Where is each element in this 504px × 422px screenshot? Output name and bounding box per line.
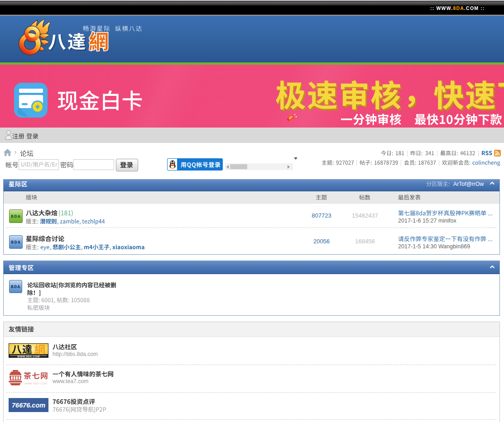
- svg-text:WWW.8DA.COM: WWW.8DA.COM: [17, 355, 39, 358]
- svg-text:WWW.TEA7.COM: WWW.TEA7.COM: [25, 382, 47, 385]
